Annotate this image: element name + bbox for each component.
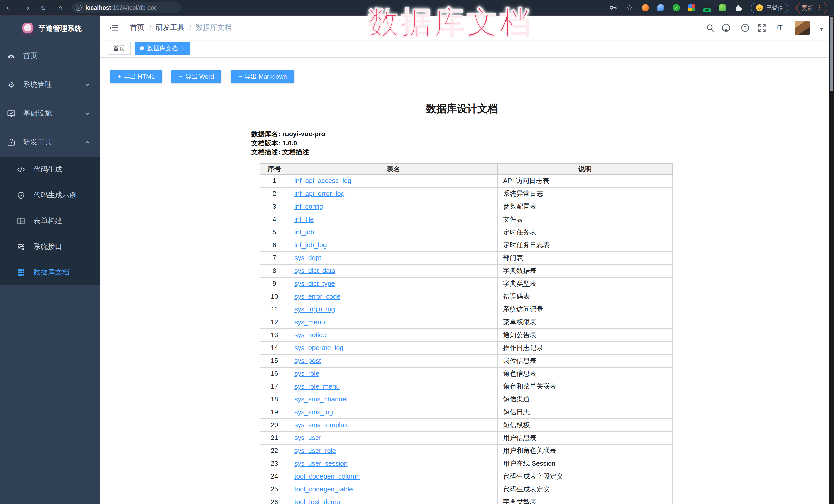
sidebar-item-home[interactable]: 首页 [0,42,100,70]
breadcrumb-home[interactable]: 首页 [130,23,145,32]
table-name-link[interactable]: sys_operate_log [294,344,344,352]
row-number: 15 [260,354,289,367]
table-desc: 错误码表 [498,290,673,303]
extension-icon[interactable] [657,4,664,11]
github-icon[interactable] [722,23,731,32]
forward-icon[interactable]: → [22,4,31,12]
table-name-link[interactable]: sys_menu [294,318,325,326]
home-icon[interactable]: ⌂ [56,4,65,12]
sidebar-fold-icon[interactable] [109,23,118,32]
sidebar-item-codegen[interactable]: 代码生成 [0,157,100,182]
table-body: 1 inf_api_access_log API 访问日志表 2 inf_api… [260,174,673,504]
table-name-link[interactable]: sys_sms_channel [294,395,348,403]
table-name-link[interactable]: tool_test_demo [294,498,340,504]
row-number: 1 [260,174,289,187]
table-name-link[interactable]: inf_file [294,215,314,223]
breadcrumb-separator: / [189,24,191,32]
table-name-link[interactable]: sys_role [294,370,320,377]
tag-home[interactable]: 首页 [108,42,131,55]
table-name-link[interactable]: sys_error_code [294,292,341,300]
fullscreen-icon[interactable] [757,23,766,32]
table-desc: 参数配置表 [498,200,673,213]
button-label: 导出 Markdown [245,72,287,81]
table-name-link[interactable]: sys_user_role [294,447,336,454]
info-icon[interactable]: i [75,5,82,11]
table-desc: 代码生成表字段定义 [498,470,673,483]
breadcrumb-devtools[interactable]: 研发工具 [156,23,184,32]
table-desc: API 访问日志表 [498,174,673,187]
table-desc: 系统异常日志 [498,187,673,200]
table-name-link[interactable]: sys_dept [294,254,321,262]
table-name-link[interactable]: sys_notice [294,331,326,339]
key-icon[interactable] [609,4,617,12]
url-bar[interactable]: i localhost:1024/tool/db-doc [72,2,181,13]
profile-paused-badge[interactable]: 已暂停 [751,2,788,13]
sidebar-item-system[interactable]: ⚙ 系统管理 [0,70,100,99]
sidebar-item-infra[interactable]: 基础设施 [0,99,100,128]
table-name-link[interactable]: tool_codegen_table [294,485,353,493]
browser-update-button[interactable]: 更新 ⋮ [796,2,827,13]
sidebar-item-api[interactable]: 系统接口 [0,234,100,260]
extension-icon[interactable] [688,4,695,11]
table-header: 序号 表名 说明 [260,163,673,174]
browser-menu-icon[interactable]: ⋮ [816,4,822,11]
font-size-icon[interactable]: tT [775,23,784,32]
table-row: 21 sys_user 用户信息表 [260,431,673,444]
table-name-link[interactable]: sys_sms_template [294,421,350,429]
row-number: 14 [260,341,289,354]
table-desc: 字典数据表 [498,264,673,277]
toolbox-icon [7,138,16,147]
table-row: 15 sys_post 岗位信息表 [260,354,673,367]
table-grid-icon [17,268,25,277]
export-markdown-button[interactable]: + 导出 Markdown [231,70,294,83]
meta-label: 数据库名: [251,130,280,138]
tag-db-doc[interactable]: 数据库文档 × [135,42,190,55]
bookmark-star-icon[interactable]: ☆ [626,4,634,12]
sidebar-item-form-builder[interactable]: 表单构建 [0,208,100,234]
table-row: 10 sys_error_code 错误码表 [260,290,673,303]
table-name-link[interactable]: inf_job_log [294,241,327,249]
export-html-button[interactable]: + 导出 HTML [110,70,162,83]
search-icon[interactable] [705,23,715,32]
extension-icon[interactable]: ✓ [673,4,680,11]
table-row: 6 inf_job_log 定时任务日志表 [260,239,673,251]
sidebar-item-devtools[interactable]: 研发工具 [0,128,100,157]
table-row: 16 sys_role 角色信息表 [260,367,673,380]
extension-icon[interactable] [719,4,726,11]
caret-down-icon[interactable]: ▼ [819,27,824,32]
app-logo-row[interactable]: 芋道管理系统 [0,16,100,42]
user-avatar[interactable] [795,21,810,36]
back-icon[interactable]: ← [5,4,14,12]
help-icon[interactable]: ? [741,23,750,32]
table-desc: 字典类型表 [498,277,673,290]
table-name-link[interactable]: sys_post [294,357,321,365]
table-name-link[interactable]: sys_user_session [294,460,348,467]
table-name-link[interactable]: sys_login_log [294,305,335,313]
row-number: 3 [260,200,289,213]
app-title: 芋道管理系统 [39,24,82,34]
puzzle-extensions-icon[interactable] [734,4,743,12]
tag-label: 首页 [113,44,125,53]
table-name-link[interactable]: sys_dict_type [294,280,335,287]
export-word-button[interactable]: + 导出 Word [171,70,222,83]
table-row: 14 sys_operate_log 操作日志记录 [260,341,673,354]
table-name-link[interactable]: sys_dict_data [294,267,335,275]
table-name-link[interactable]: sys_user [294,434,321,441]
scrollbar-thumb[interactable] [830,17,833,91]
reload-icon[interactable]: ↻ [39,4,48,12]
close-icon[interactable]: × [181,45,185,51]
table-name-link[interactable]: inf_api_error_log [294,190,345,197]
table-name-link[interactable]: inf_config [294,202,323,210]
extension-icon[interactable]: on [703,4,711,11]
extension-icon[interactable] [642,4,649,11]
table-name-link[interactable]: sys_role_menu [294,382,340,390]
table-name-link[interactable]: inf_api_access_log [294,177,351,184]
devtools-submenu: 代码生成 代码生成示例 表单构建 [0,157,100,285]
table-name-link[interactable]: tool_codegen_column [294,473,360,480]
sidebar-item-codegen-demo[interactable]: 代码生成示例 [0,182,100,208]
table-name-link[interactable]: inf_job [294,228,314,236]
sidebar: 芋道管理系统 首页 ⚙ 系统管理 基础设施 [0,16,100,504]
page-scrollbar[interactable] [829,16,834,504]
table-name-link[interactable]: sys_sms_log [294,408,333,416]
sidebar-item-db-doc[interactable]: 数据库文档 [0,260,100,285]
